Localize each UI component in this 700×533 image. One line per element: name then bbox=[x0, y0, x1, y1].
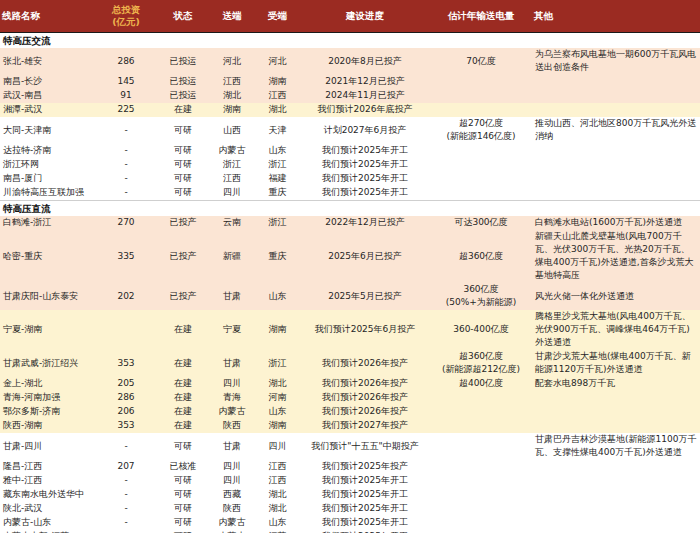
cell-status: 可研 bbox=[157, 502, 209, 516]
cell-progress: 我们预计2025年开工 bbox=[300, 144, 430, 158]
cell-name: 甘肃-四川 bbox=[0, 433, 95, 460]
cell-other: 推动山西、河北地区800万千瓦风光外送消纳 bbox=[532, 117, 700, 144]
cell-volume bbox=[430, 474, 532, 488]
cell-investment: 207 bbox=[95, 460, 157, 474]
cell-name: 哈密-重庆 bbox=[0, 230, 95, 283]
cell-from: 河北 bbox=[209, 48, 255, 75]
cell-status: 在建 bbox=[157, 377, 209, 391]
cell-to: 湖南 bbox=[255, 75, 300, 89]
table-row: 白鹤滩-浙江270已投产云南浙江2022年12月已投产可达300亿度白鹤滩水电站… bbox=[0, 216, 700, 230]
cell-to: 山东 bbox=[255, 405, 300, 419]
table-row: 陕北-武汉-可研陕西湖北我们预计2025年开工 bbox=[0, 502, 700, 516]
table-row: 藏东南水电外送华中-可研西藏湖北我们预计2025年开工 bbox=[0, 488, 700, 502]
column-header: 估计年输送电量 bbox=[430, 0, 532, 32]
cell-investment: - bbox=[95, 474, 157, 488]
cell-status: 可研 bbox=[157, 186, 209, 201]
cell-name: 南昌-长沙 bbox=[0, 75, 95, 89]
column-header: 建设进度 bbox=[300, 0, 430, 32]
cell-progress: 我们预计2025年开工 bbox=[300, 516, 430, 530]
table-row: 金上-湖北205在建四川湖北我们预计2026年投产超400亿度配套水电898万千… bbox=[0, 377, 700, 391]
cell-volume bbox=[430, 488, 532, 502]
cell-status: 可研 bbox=[157, 117, 209, 144]
cell-from: 新疆 bbox=[209, 230, 255, 283]
cell-name: 湘潭-武汉 bbox=[0, 103, 95, 117]
cell-status: 已投产 bbox=[157, 283, 209, 310]
cell-volume bbox=[430, 103, 532, 117]
table-row: 南昌-厦门-可研江西福建我们预计2025年开工 bbox=[0, 172, 700, 186]
cell-status: 可研 bbox=[157, 144, 209, 158]
cell-from: 西藏 bbox=[209, 488, 255, 502]
cell-to: 山东 bbox=[255, 283, 300, 310]
cell-to: 湖南 bbox=[255, 310, 300, 350]
cell-name: 白鹤滩-浙江 bbox=[0, 216, 95, 230]
cell-volume: 超400亿度 bbox=[430, 377, 532, 391]
cell-volume bbox=[430, 172, 532, 186]
cell-name: 陕西-湖南 bbox=[0, 419, 95, 433]
table-row: 南昌-长沙145已投运江西湖南2021年12月已投产 bbox=[0, 75, 700, 89]
table-row: 青海-河南加强286在建青海河南我们预计2026年投产 bbox=[0, 391, 700, 405]
cell-volume bbox=[430, 419, 532, 433]
cell-from: 陕西 bbox=[209, 502, 255, 516]
table-row: 大同-天津南-可研山西天津计划2027年6月投产超270亿度 (新能源146亿度… bbox=[0, 117, 700, 144]
cell-to: 湖北 bbox=[255, 488, 300, 502]
cell-progress: 我们预计2025年开工 bbox=[300, 502, 430, 516]
cell-name: 武汉-南昌 bbox=[0, 89, 95, 103]
cell-volume bbox=[430, 391, 532, 405]
cell-investment: 202 bbox=[95, 283, 157, 310]
cell-investment: 353 bbox=[95, 350, 157, 377]
section-row: 特高压直流 bbox=[0, 200, 700, 216]
cell-other bbox=[532, 488, 700, 502]
cell-investment: - bbox=[95, 433, 157, 460]
cell-volume bbox=[430, 502, 532, 516]
cell-status: 在建 bbox=[157, 391, 209, 405]
cell-investment: - bbox=[95, 502, 157, 516]
cell-progress: 2025年6月已投产 bbox=[300, 230, 430, 283]
cell-other bbox=[532, 103, 700, 117]
cell-from: 内蒙古 bbox=[209, 144, 255, 158]
cell-to: 湖北 bbox=[255, 377, 300, 391]
cell-to: 重庆 bbox=[255, 230, 300, 283]
cell-progress: 2022年12月已投产 bbox=[300, 216, 430, 230]
cell-investment bbox=[95, 310, 157, 350]
cell-other bbox=[532, 516, 700, 530]
cell-status: 已投产 bbox=[157, 230, 209, 283]
cell-from: 浙江 bbox=[209, 158, 255, 172]
cell-name: 张北-雄安 bbox=[0, 48, 95, 75]
cell-to: 河北 bbox=[255, 48, 300, 75]
cell-name: 青海-河南加强 bbox=[0, 391, 95, 405]
cell-status: 可研 bbox=[157, 172, 209, 186]
table-row: 达拉特-济南-可研内蒙古山东我们预计2025年开工 bbox=[0, 144, 700, 158]
cell-progress: 我们预计2026年投产 bbox=[300, 377, 430, 391]
cell-to: 湖北 bbox=[255, 502, 300, 516]
cell-name: 达拉特-济南 bbox=[0, 144, 95, 158]
cell-from: 甘肃 bbox=[209, 433, 255, 460]
cell-from: 云南 bbox=[209, 216, 255, 230]
table-row: 武汉-南昌91已投运湖北江西2024年11月已投产 bbox=[0, 89, 700, 103]
cell-from: 四川 bbox=[209, 186, 255, 201]
table-row: 内蒙古-山东-可研内蒙古山东我们预计2025年开工 bbox=[0, 516, 700, 530]
cell-investment: - bbox=[95, 144, 157, 158]
cell-other bbox=[532, 474, 700, 488]
cell-name: 内蒙古-山东 bbox=[0, 516, 95, 530]
cell-volume: 超270亿度 (新能源146亿度) bbox=[430, 117, 532, 144]
cell-name: 甘肃武威-浙江绍兴 bbox=[0, 350, 95, 377]
section-title: 特高压交流 bbox=[0, 32, 700, 48]
cell-from: 甘肃 bbox=[209, 350, 255, 377]
cell-volume bbox=[430, 186, 532, 201]
column-header: 线路名称 bbox=[0, 0, 95, 32]
cell-investment: 145 bbox=[95, 75, 157, 89]
column-header: 状态 bbox=[157, 0, 209, 32]
table-row: 隆昌-江西207已核准四川江西我们预计2025年投产 bbox=[0, 460, 700, 474]
cell-from: 湖北 bbox=[209, 89, 255, 103]
cell-other: 白鹤滩水电站(1600万千瓦)外送通道 bbox=[532, 216, 700, 230]
cell-other bbox=[532, 186, 700, 201]
cell-other bbox=[532, 419, 700, 433]
cell-other bbox=[532, 460, 700, 474]
cell-to: 江西 bbox=[255, 460, 300, 474]
cell-progress: 我们预计2025年投产 bbox=[300, 460, 430, 474]
table-row: 鄂尔多斯-济南206在建内蒙古山东我们预计2026年投产 bbox=[0, 405, 700, 419]
cell-investment: 353 bbox=[95, 419, 157, 433]
cell-status: 可研 bbox=[157, 488, 209, 502]
cell-from: 甘肃 bbox=[209, 283, 255, 310]
cell-volume bbox=[430, 89, 532, 103]
